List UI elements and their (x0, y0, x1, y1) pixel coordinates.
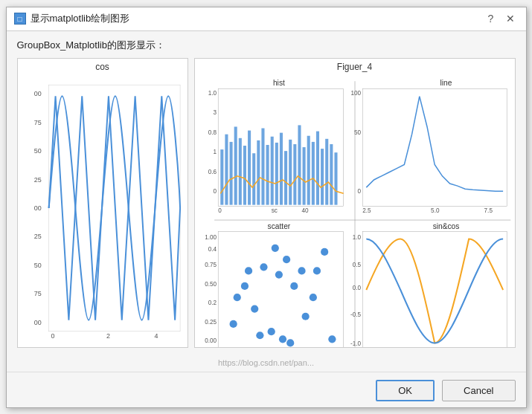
svg-rect-40 (293, 143, 296, 204)
svg-text:sc: sc (271, 207, 277, 213)
svg-point-84 (301, 312, 309, 320)
svg-rect-45 (315, 131, 318, 204)
ok-button[interactable]: OK (376, 380, 435, 401)
svg-text:-1.0: -1.0 (350, 340, 362, 346)
svg-text:3: 3 (213, 109, 217, 116)
svg-text:-0.5: -0.5 (350, 311, 362, 317)
titlebar-left: □ 显示matplotlib绘制图形 (14, 12, 130, 25)
cos-chart-svg: 00 75 50 25 00 25 50 75 00 0 2 4 (18, 74, 188, 344)
svg-text:0.8: 0.8 (208, 129, 217, 135)
svg-text:0.6: 0.6 (208, 168, 217, 175)
svg-text:sin&cos: sin&cos (432, 222, 459, 230)
svg-text:2: 2 (106, 331, 109, 339)
svg-rect-39 (289, 139, 292, 204)
svg-text:7.5: 7.5 (484, 207, 493, 213)
svg-rect-43 (307, 135, 310, 204)
svg-text:75: 75 (33, 290, 41, 297)
cos-chart-title: cos (18, 59, 188, 74)
svg-text:00: 00 (33, 90, 41, 97)
charts-area: cos 00 75 50 25 00 25 50 75 00 0 2 4 (17, 58, 516, 348)
svg-text:50: 50 (33, 261, 41, 268)
svg-rect-25 (225, 134, 228, 204)
svg-rect-35 (270, 136, 273, 204)
cos-chart: cos 00 75 50 25 00 25 50 75 00 0 2 4 (17, 58, 188, 348)
svg-text:25: 25 (33, 233, 41, 240)
svg-text:50: 50 (354, 129, 362, 135)
titlebar: □ 显示matplotlib绘制图形 ? ✕ (7, 7, 526, 31)
svg-point-87 (321, 248, 328, 255)
svg-point-72 (251, 305, 258, 312)
svg-rect-30 (248, 130, 251, 204)
svg-rect-41 (298, 125, 301, 204)
svg-point-83 (256, 331, 263, 339)
svg-text:0.50: 0.50 (205, 280, 217, 287)
svg-text:0.25: 0.25 (205, 318, 217, 325)
svg-point-80 (267, 328, 275, 335)
svg-text:1.0: 1.0 (208, 89, 217, 96)
svg-rect-49 (334, 152, 337, 204)
svg-rect-33 (261, 128, 264, 204)
svg-point-89 (244, 267, 251, 274)
svg-rect-51 (362, 88, 507, 206)
window-icon: □ (14, 13, 26, 25)
svg-rect-37 (279, 132, 282, 204)
close-button[interactable]: ✕ (502, 10, 519, 27)
svg-point-70 (229, 320, 237, 327)
content-area: GroupBox_Matplotlib的图形显示： cos 00 75 50 2… (7, 31, 526, 357)
svg-text:0: 0 (51, 331, 54, 339)
help-button[interactable]: ? (483, 10, 499, 27)
watermark: https://blog.csdn.net/pan... (7, 357, 526, 369)
main-window: □ 显示matplotlib绘制图形 ? ✕ GroupBox_Matplotl… (6, 7, 527, 408)
svg-text:0.4: 0.4 (208, 245, 217, 252)
svg-point-75 (271, 244, 278, 251)
svg-point-88 (328, 335, 336, 343)
svg-rect-47 (325, 138, 328, 204)
svg-text:50: 50 (33, 147, 41, 155)
svg-rect-24 (220, 149, 223, 205)
svg-text:0: 0 (218, 207, 222, 213)
svg-text:scatter: scatter (267, 222, 290, 230)
svg-text:hist: hist (272, 79, 284, 87)
svg-text:0.2: 0.2 (208, 300, 217, 306)
svg-rect-27 (234, 126, 237, 204)
svg-text:0.00: 0.00 (205, 337, 217, 344)
svg-rect-36 (275, 142, 278, 204)
svg-rect-48 (330, 143, 333, 204)
figure4-svg: hist 1.0 3 0.8 1 0.6 0 0 sc 40 (195, 74, 515, 348)
figure4-chart: Figuer_4 hist 1.0 3 0.8 1 0.6 0 0 sc (194, 58, 516, 348)
svg-point-73 (233, 294, 240, 301)
svg-text:40: 40 (301, 207, 309, 213)
svg-text:0: 0 (213, 188, 217, 195)
figure4-title: Figuer_4 (195, 59, 515, 74)
svg-text:100: 100 (350, 89, 361, 96)
svg-text:1.00: 1.00 (205, 233, 217, 240)
svg-point-74 (260, 263, 267, 271)
footer: OK Cancel (7, 372, 526, 407)
svg-text:5.0: 5.0 (431, 207, 440, 213)
svg-text:00: 00 (33, 204, 41, 211)
svg-text:2.5: 2.5 (362, 207, 371, 213)
titlebar-controls: ? ✕ (483, 10, 519, 27)
svg-point-85 (309, 294, 316, 301)
svg-text:25: 25 (33, 175, 41, 183)
svg-text:0.75: 0.75 (205, 262, 217, 268)
svg-point-86 (313, 267, 320, 274)
svg-rect-44 (311, 141, 314, 204)
svg-rect-26 (229, 141, 232, 204)
svg-point-82 (286, 339, 294, 346)
svg-point-76 (275, 271, 282, 278)
svg-rect-29 (243, 146, 246, 205)
svg-text:line: line (440, 79, 452, 87)
svg-text:0: 0 (357, 188, 361, 195)
svg-rect-28 (238, 138, 241, 204)
svg-point-79 (298, 267, 305, 274)
svg-rect-32 (257, 140, 260, 204)
svg-text:1: 1 (213, 149, 217, 155)
svg-point-71 (240, 282, 248, 289)
svg-point-78 (290, 282, 298, 289)
cancel-button[interactable]: Cancel (442, 380, 515, 401)
window-title: 显示matplotlib绘制图形 (31, 12, 130, 25)
svg-text:00: 00 (33, 318, 41, 326)
svg-rect-42 (302, 147, 305, 205)
svg-rect-46 (321, 149, 324, 205)
